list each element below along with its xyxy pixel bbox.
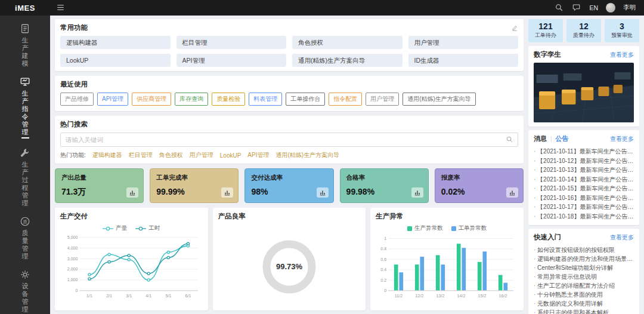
- quickstart-item[interactable]: 如何设置按钮级别的按钮权限: [534, 245, 634, 254]
- kpi-label: 交付达成率: [251, 174, 327, 182]
- tab-separator: |: [550, 136, 552, 142]
- quality-icon: 质: [20, 216, 30, 227]
- recent-title: 最近使用: [60, 80, 88, 89]
- recent-tag[interactable]: 指令配置: [329, 93, 362, 106]
- function-button[interactable]: 用户管理: [408, 36, 519, 49]
- hot-function-link[interactable]: 角色授权: [159, 151, 183, 159]
- kpi-card[interactable]: 产出总量71.3万: [55, 168, 144, 203]
- sidebar-item-label: 质量管理: [21, 229, 29, 260]
- function-button[interactable]: API管理: [177, 54, 287, 67]
- quickstart-item[interactable]: 生产工艺的详细配置方法介绍: [534, 281, 634, 290]
- delivery-chart-header: 生产交付: [60, 212, 203, 221]
- username: 李明: [623, 4, 636, 12]
- avatar[interactable]: [606, 3, 615, 13]
- hot-function-link[interactable]: 栏目管理: [129, 151, 153, 159]
- message-item[interactable]: 【2021-10-12】最新车间生产公告车间生产公告: [534, 156, 634, 166]
- svg-text:2,000: 2,000: [67, 267, 78, 272]
- language-switch[interactable]: EN: [589, 4, 598, 11]
- search-input[interactable]: [60, 133, 518, 147]
- quickstart-item[interactable]: 常用异常提示信息说明: [534, 272, 634, 281]
- svg-text:0: 0: [384, 288, 386, 293]
- recent-tag[interactable]: 库存查询: [175, 93, 208, 106]
- quickstart-card: 快速入门 查看更多 如何设置按钮级别的按钮权限逻辑构建器的使用方法和使用场景说明…: [528, 229, 639, 314]
- search-icon[interactable]: [555, 3, 564, 13]
- message-item[interactable]: 【2021-10-17】最新车间生产公告车间生产公告: [534, 202, 634, 212]
- charts-row: 生产交付 产量工时 01,0002,0003,0004,0005,0001/12…: [55, 208, 524, 310]
- common-functions-header: 常用功能: [60, 23, 518, 32]
- hot-function-link[interactable]: 用户管理: [190, 151, 213, 159]
- message-item[interactable]: 【2021-10-18】最新车间生产公告车间生产公告: [534, 212, 634, 221]
- main-content: 常用功能 逻辑构建器栏目管理角色授权用户管理LookUPAPI管理通用(精炼)生…: [50, 16, 644, 314]
- chat-icon[interactable]: [572, 3, 581, 13]
- yield-chart-card: 产品良率 99.73%: [213, 208, 366, 310]
- recent-tag[interactable]: 供应商管理: [132, 93, 171, 106]
- function-button[interactable]: 逻辑构建器: [60, 36, 171, 49]
- stat-value: 3: [606, 21, 638, 31]
- message-item[interactable]: 【2021-10-16】最新车间生产公告车间生产公告: [534, 193, 634, 203]
- sidebar-item-equipment-management[interactable]: 设备管理: [0, 265, 50, 314]
- tab-messages[interactable]: 消息: [534, 134, 547, 143]
- edit-icon[interactable]: [511, 24, 518, 32]
- recent-tag[interactable]: 通用(精炼)生产方案向导: [402, 93, 476, 106]
- anomaly-chart-card: 生产异常 生产异常数工单异常数 00.20.40.60.8111/212/213…: [370, 208, 524, 310]
- recent-tag[interactable]: 质量检验: [212, 93, 245, 106]
- quickstart-item[interactable]: 十分钟熟悉主界面的使用: [534, 290, 634, 299]
- sidebar-item-label: 设备管理: [21, 282, 29, 313]
- delivery-line-chart: 01,0002,0003,0004,0005,0001/12/13/14/15/…: [60, 233, 203, 300]
- kpi-card[interactable]: 交付达成率98%: [244, 168, 333, 203]
- common-functions-title: 常用功能: [60, 23, 88, 32]
- quickstart-item[interactable]: 元数据的定义和使用详解: [534, 299, 634, 308]
- kpi-card[interactable]: 报废率0.02%: [435, 168, 524, 203]
- kpi-label: 工单完成率: [156, 174, 232, 182]
- hot-function-link[interactable]: 通用(精炼)生产方案向导: [275, 151, 339, 159]
- hot-function-link[interactable]: LookUP: [220, 152, 242, 159]
- message-item[interactable]: 【2021-10-11】最新车间生产公告车间生产公告: [534, 147, 634, 156]
- recent-tag[interactable]: 料表管理: [249, 93, 282, 106]
- svg-text:3,000: 3,000: [67, 257, 78, 261]
- messages-more-link[interactable]: 查看更多: [610, 135, 634, 143]
- message-item[interactable]: 【2021-10-14】最新车间生产公告车间生产公告: [534, 175, 634, 184]
- twin-more-link[interactable]: 查看更多: [610, 51, 634, 59]
- menu-icon[interactable]: [56, 3, 66, 13]
- kpi-card[interactable]: 合格率99.98%: [340, 168, 429, 203]
- function-button[interactable]: LookUP: [60, 54, 171, 67]
- sidebar-item-production-process[interactable]: 生产过程管理: [0, 143, 50, 212]
- tab-announcements[interactable]: 公告: [556, 134, 569, 143]
- recent-tag[interactable]: 产品维修: [60, 93, 94, 106]
- stat-card[interactable]: 3预警审批: [605, 19, 639, 42]
- sidebar-item-quality-management[interactable]: 质质量管理: [0, 212, 50, 265]
- kpi-label: 报废率: [441, 174, 517, 182]
- function-button[interactable]: 栏目管理: [177, 36, 287, 49]
- stat-card[interactable]: 121工单待办: [528, 19, 563, 42]
- sidebar-item-production-modeling[interactable]: 生产建模: [0, 19, 50, 72]
- function-button[interactable]: ID生成器: [408, 54, 519, 67]
- message-list: 【2021-10-11】最新车间生产公告车间生产公告【2021-10-12】最新…: [534, 147, 634, 221]
- anomaly-bar-chart: 00.20.40.60.8111/212/213/214/215/216/2: [376, 233, 518, 300]
- stat-card[interactable]: 12质量待办: [566, 19, 601, 42]
- message-item[interactable]: 【2021-10-15】最新车间生产公告车间生产公告: [534, 184, 634, 193]
- quickstart-list: 如何设置按钮级别的按钮权限逻辑构建器的使用方法和使用场景说明Center和Sit…: [534, 245, 634, 314]
- hot-search-title: 热门搜索: [60, 120, 88, 129]
- message-item[interactable]: 【2021-10-13】最新车间生产公告车间生产公告: [534, 165, 634, 175]
- recent-tag[interactable]: 用户管理: [366, 93, 399, 106]
- quickstart-more-link[interactable]: 查看更多: [610, 233, 634, 242]
- chart-icon: [221, 187, 233, 198]
- search-icon[interactable]: [506, 136, 513, 143]
- kpi-card[interactable]: 工单完成率99.99%: [150, 168, 239, 203]
- quickstart-item[interactable]: 系统日志的使用和基本解析: [534, 308, 634, 314]
- chart-icon: [126, 187, 138, 198]
- function-button[interactable]: 角色授权: [292, 36, 402, 49]
- quickstart-item[interactable]: 逻辑构建器的使用方法和使用场景说明: [534, 254, 634, 263]
- chart-icon: [411, 187, 423, 198]
- recent-tag[interactable]: 工单操作台: [286, 93, 325, 106]
- svg-text:13/2: 13/2: [436, 294, 445, 298]
- function-button[interactable]: 通用(精炼)生产方案向导: [292, 54, 402, 67]
- yield-chart-header: 产品良率: [218, 212, 361, 221]
- recent-tag[interactable]: API管理: [97, 93, 128, 106]
- sidebar-item-production-instruction[interactable]: 生产指令管理: [0, 72, 50, 143]
- hot-function-link[interactable]: API管理: [247, 151, 269, 159]
- quickstart-item[interactable]: Center和Site端功能划分详解: [534, 263, 634, 272]
- delivery-chart-legend: 产量工时: [60, 224, 203, 232]
- chart-icon: [317, 187, 329, 198]
- hot-function-link[interactable]: 逻辑构建器: [92, 151, 122, 159]
